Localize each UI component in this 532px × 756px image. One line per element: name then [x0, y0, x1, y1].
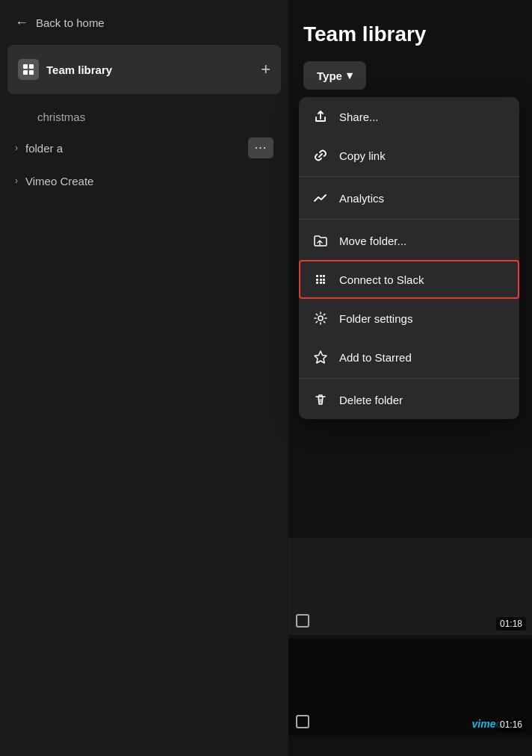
- vimeo-create-label: Vimeo Create: [25, 175, 273, 188]
- menu-item-analytics[interactable]: Analytics: [299, 179, 519, 217]
- folder-settings-label: Folder settings: [339, 312, 412, 325]
- team-library-left: Team library: [18, 59, 112, 80]
- trash-icon: [312, 391, 329, 408]
- video-thumb-1: 01:18: [288, 538, 532, 635]
- sidebar: ← Back to home Team library + christmas …: [0, 0, 288, 756]
- chevron-right-icon: ›: [15, 143, 18, 153]
- team-library-icon: [18, 59, 39, 80]
- slack-icon: [312, 271, 329, 288]
- svg-rect-3: [29, 70, 34, 75]
- add-starred-label: Add to Starred: [339, 351, 412, 364]
- team-library-name: Team library: [46, 63, 112, 76]
- svg-rect-11: [320, 282, 322, 284]
- more-options-button[interactable]: ···: [248, 137, 273, 158]
- svg-rect-2: [23, 70, 28, 75]
- svg-point-13: [318, 316, 323, 320]
- video-checkbox-1[interactable]: [296, 614, 309, 628]
- page-title: Team library: [303, 22, 517, 46]
- video-duration-1: 01:18: [496, 617, 526, 630]
- menu-item-move-folder[interactable]: Move folder...: [299, 221, 519, 260]
- christmas-label: christmas: [37, 111, 85, 123]
- menu-item-add-starred[interactable]: Add to Starred: [299, 338, 519, 377]
- menu-item-copy-link[interactable]: Copy link: [299, 136, 519, 175]
- divider-1: [299, 176, 519, 177]
- svg-marker-14: [315, 351, 327, 363]
- analytics-icon: [312, 190, 329, 206]
- svg-rect-0: [23, 64, 28, 69]
- share-icon: [312, 108, 329, 125]
- type-filter-button[interactable]: Type ▾: [303, 61, 366, 90]
- connect-slack-label: Connect to Slack: [339, 273, 424, 286]
- chevron-right-icon-2: ›: [15, 176, 18, 186]
- video-thumb-2: vimeo 01:16: [288, 639, 532, 736]
- move-folder-label: Move folder...: [339, 235, 406, 247]
- svg-rect-8: [323, 275, 325, 277]
- back-arrow-icon: ←: [15, 15, 28, 31]
- divider-2: [299, 219, 519, 220]
- menu-item-folder-settings[interactable]: Folder settings: [299, 299, 519, 338]
- video-area: 01:18 vimeo 01:16: [288, 538, 532, 756]
- type-label: Type: [317, 69, 342, 82]
- menu-item-connect-slack[interactable]: Connect to Slack: [299, 260, 519, 299]
- video-duration-2: 01:16: [496, 718, 526, 731]
- team-library-item[interactable]: Team library +: [7, 45, 281, 94]
- svg-rect-4: [316, 275, 318, 277]
- divider-3: [299, 378, 519, 379]
- svg-rect-10: [316, 282, 318, 284]
- back-to-home-label: Back to home: [36, 16, 105, 29]
- analytics-label: Analytics: [339, 192, 384, 205]
- add-button[interactable]: +: [261, 61, 270, 78]
- video-checkbox-2[interactable]: [296, 715, 309, 728]
- context-menu: Share... Copy link Analytics Move folder…: [299, 97, 519, 419]
- svg-rect-1: [29, 64, 34, 69]
- svg-rect-5: [320, 275, 322, 277]
- svg-rect-7: [320, 279, 322, 281]
- folder-icon: [312, 232, 329, 249]
- sidebar-item-vimeo-create[interactable]: › Vimeo Create: [0, 164, 288, 197]
- settings-icon: [312, 310, 329, 326]
- folder-a-label: folder a: [25, 142, 273, 155]
- svg-rect-6: [316, 279, 318, 281]
- back-to-home[interactable]: ← Back to home: [0, 0, 288, 45]
- star-icon: [312, 349, 329, 365]
- link-icon: [312, 147, 329, 164]
- sidebar-item-christmas[interactable]: christmas: [0, 102, 288, 131]
- svg-rect-9: [323, 279, 325, 281]
- chevron-down-icon: ▾: [347, 69, 353, 82]
- sidebar-item-folder-a[interactable]: › folder a ···: [0, 131, 288, 164]
- copy-link-label: Copy link: [339, 149, 386, 162]
- share-label: Share...: [339, 111, 379, 123]
- menu-item-share[interactable]: Share...: [299, 97, 519, 136]
- svg-rect-12: [323, 282, 325, 284]
- right-header: Team library Type ▾: [288, 0, 532, 105]
- delete-folder-label: Delete folder: [339, 394, 403, 406]
- menu-item-delete-folder[interactable]: Delete folder: [299, 380, 519, 419]
